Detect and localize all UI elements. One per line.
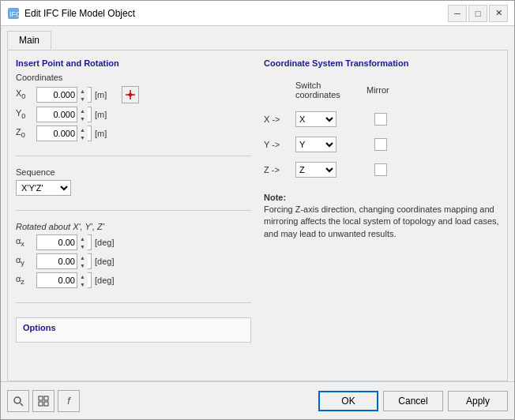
x0-label: X0 [16,88,33,100]
close-button[interactable]: ✕ [489,5,508,22]
az-row: αz ▲ ▼ [deg] [16,272,251,288]
insert-point-section: Insert Point and Rotation Coordinates X0… [16,58,251,144]
cancel-button[interactable]: Cancel [383,391,443,411]
svg-rect-8 [44,396,48,400]
y0-unit: [m] [95,110,117,119]
x0-arrows: ▲ ▼ [77,87,88,103]
grid-icon [38,396,49,407]
z0-label: Z0 [16,127,33,139]
z0-unit: [m] [95,129,117,138]
svg-line-6 [21,403,24,406]
ok-button[interactable]: OK [318,391,378,411]
minimize-button[interactable]: ─ [448,5,467,22]
sequence-select[interactable]: X'Y'Z' X'Z'Y' Y'X'Z' Y'Z'X' Z'X'Y' Z'Y'X… [16,180,71,196]
z0-spinbox: ▲ ▼ [36,126,92,141]
x0-spinbox: ▲ ▼ [36,87,92,103]
az-label: αz [16,274,33,286]
z0-arrows: ▲ ▼ [77,126,88,141]
y0-label: Y0 [16,108,33,120]
note-section: Note: Forcing Z-axis direction, changing… [264,193,499,240]
search-button[interactable] [7,390,29,412]
ax-arrows: ▲ ▼ [77,234,88,250]
z0-input[interactable] [37,126,77,141]
title-bar-left: IFC Edit IFC File Model Object [7,7,135,20]
content-area: Insert Point and Rotation Coordinates X0… [7,50,508,381]
z0-row: Z0 ▲ ▼ [m] [16,126,251,141]
x0-up[interactable]: ▲ [77,87,88,95]
az-unit: [deg] [95,276,117,285]
tab-main[interactable]: Main [7,31,51,50]
coord-y-from: Y -> [264,140,289,149]
maximize-button[interactable]: □ [468,5,487,22]
y0-input[interactable] [37,107,77,122]
az-arrows: ▲ ▼ [77,272,88,288]
mirror-header: Mirror [367,85,408,95]
title-bar: IFC Edit IFC File Model Object ─ □ ✕ [1,1,514,26]
function-button[interactable]: f [58,390,80,412]
apply-button[interactable]: Apply [448,391,508,411]
coord-header-row: Switch coordinates Mirror [264,81,499,99]
x0-down[interactable]: ▼ [77,95,88,103]
y0-row: Y0 ▲ ▼ [m] [16,107,251,122]
function-icon: f [67,395,70,407]
sequence-select-row: X'Y'Z' X'Z'Y' Y'X'Z' Y'Z'X' Z'X'Y' Z'Y'X… [16,180,251,196]
switch-coords-header: Switch coordinates [295,81,336,99]
insert-point-title: Insert Point and Rotation [16,58,251,68]
ay-input[interactable] [37,254,77,268]
ay-down[interactable]: ▼ [77,261,88,269]
tab-bar: Main [1,26,514,50]
y0-arrows: ▲ ▼ [77,107,88,122]
window-title: Edit IFC File Model Object [24,8,135,19]
x0-input[interactable] [37,88,77,102]
coord-z-select[interactable]: XYZ-X-Y-Z [295,162,336,178]
coord-x-from: X -> [264,114,289,124]
svg-rect-10 [44,402,48,406]
ax-down[interactable]: ▼ [77,242,88,250]
mirror-y-checkbox[interactable] [374,138,387,151]
coord-y-select[interactable]: XYZ-X-Y-Z [295,137,336,152]
coord-row-z: Z -> XYZ-X-Y-Z [264,161,499,178]
az-down[interactable]: ▼ [77,280,88,288]
svg-text:IFC: IFC [9,10,20,18]
mirror-x-checkbox[interactable] [374,113,387,126]
sequence-row: Sequence [16,167,251,177]
note-text: Forcing Z-axis direction, changing coord… [264,204,499,240]
y0-up[interactable]: ▲ [77,107,88,114]
ax-up[interactable]: ▲ [77,234,88,242]
coord-row-y: Y -> XYZ-X-Y-Z [264,136,499,153]
az-spinbox: ▲ ▼ [36,272,92,288]
ay-up[interactable]: ▲ [77,253,88,261]
svg-rect-9 [39,402,43,406]
x0-unit: [m] [95,90,117,99]
footer-left: f [7,390,314,412]
coord-x-select[interactable]: XYZ-X-Y-Z [295,111,336,127]
mirror-z-checkbox[interactable] [374,163,387,176]
app-icon: IFC [7,7,20,20]
ay-unit: [deg] [95,257,117,266]
ax-label: αx [16,236,33,248]
options-title: Options [23,323,244,332]
crosshair-icon [126,90,135,99]
x0-row: X0 ▲ ▼ [m] [16,86,251,103]
svg-rect-7 [39,396,43,400]
footer-right: OK Cancel Apply [318,391,508,411]
y0-down[interactable]: ▼ [77,114,88,122]
z0-up[interactable]: ▲ [77,126,88,133]
ax-unit: [deg] [95,238,117,247]
az-input[interactable] [37,273,77,287]
z0-down[interactable]: ▼ [77,133,88,141]
coord-pick-button[interactable] [122,86,139,103]
right-panel: Coordinate System Transformation Switch … [264,58,499,373]
ax-row: αx ▲ ▼ [deg] [16,234,251,250]
az-up[interactable]: ▲ [77,272,88,280]
sequence-label: Sequence [16,167,55,177]
rotation-section: Rotated about X', Y', Z' αx ▲ ▼ [deg] [16,222,251,291]
footer: f OK Cancel Apply [1,381,514,419]
main-window: IFC Edit IFC File Model Object ─ □ ✕ Mai… [0,0,515,420]
ay-arrows: ▲ ▼ [77,253,88,269]
ay-row: αy ▲ ▼ [deg] [16,253,251,269]
rotated-label: Rotated about X', Y', Z' [16,222,251,231]
y0-spinbox: ▲ ▼ [36,107,92,122]
grid-button[interactable] [32,390,55,412]
ax-input[interactable] [37,235,77,249]
